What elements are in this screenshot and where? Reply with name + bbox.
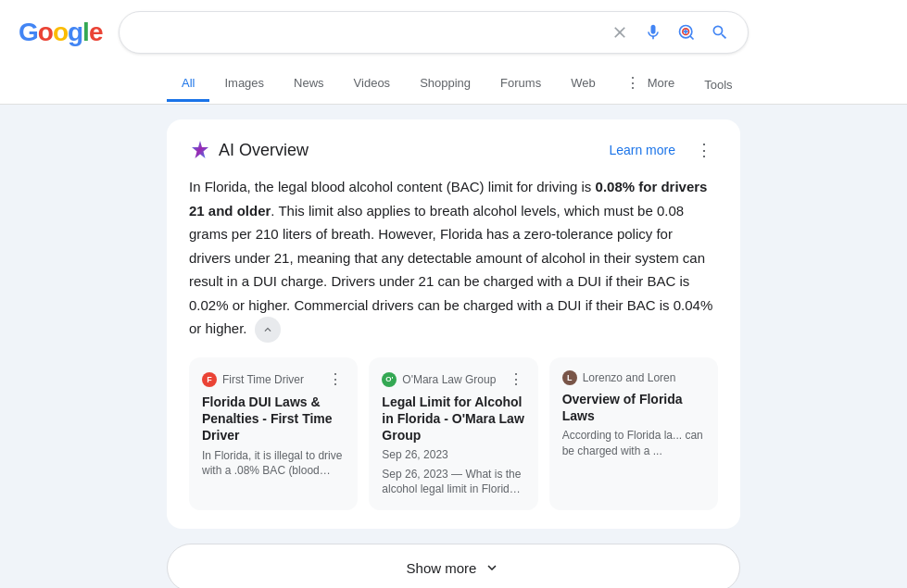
ai-overview-text: In Florida, the legal blood alcohol cont… <box>189 175 718 343</box>
ai-overview-header: AI Overview Learn more ⋮ <box>189 138 718 162</box>
source-3-info: L Lorenzo and Loren <box>562 370 676 385</box>
nav-item-forums[interactable]: Forums <box>485 67 556 102</box>
ai-overview-title: AI Overview <box>189 139 309 161</box>
source-card-1[interactable]: F First Time Driver ⋮ Florida DUI Laws &… <box>189 357 358 510</box>
main-content: AI Overview Learn more ⋮ In Florida, the… <box>0 105 907 588</box>
source-2-subtitle: Sep 26, 2023 <box>382 448 524 461</box>
ai-star-icon <box>189 139 211 161</box>
source-2-title: Legal Limit for Alcohol in Florida - O'M… <box>382 394 524 444</box>
ai-overview-actions: Learn more ⋮ <box>601 138 718 162</box>
nav-item-web[interactable]: Web <box>556 67 611 102</box>
source-card-2-header: O' O'Mara Law Group ⋮ <box>382 370 524 388</box>
source-2-name: O'Mara Law Group <box>402 373 496 386</box>
source-1-favicon: F <box>202 372 217 387</box>
source-card-1-options[interactable]: ⋮ <box>326 370 345 388</box>
nav-item-shopping[interactable]: Shopping <box>405 67 485 102</box>
ai-overview-options-button[interactable]: ⋮ <box>690 138 718 162</box>
nav-item-news[interactable]: News <box>279 67 339 102</box>
chevron-down-icon <box>484 559 500 576</box>
source-card-2-options[interactable]: ⋮ <box>507 370 525 388</box>
source-1-name: First Time Driver <box>222 373 304 386</box>
voice-search-button[interactable] <box>640 19 666 45</box>
source-3-favicon: L <box>562 370 577 385</box>
source-3-snippet: According to Florida la... can be charge… <box>562 428 705 459</box>
nav-item-all[interactable]: All <box>167 67 209 102</box>
nav-bar: All Images News Videos Shopping Forums W… <box>0 65 907 105</box>
source-card-1-header: F First Time Driver ⋮ <box>202 370 345 388</box>
source-cards: F First Time Driver ⋮ Florida DUI Laws &… <box>189 357 718 510</box>
nav-item-more[interactable]: ⋮ More <box>611 65 690 104</box>
source-2-info: O' O'Mara Law Group <box>382 372 496 387</box>
learn-more-button[interactable]: Learn more <box>601 139 683 161</box>
source-1-snippet: In Florida, it is illegal to drive with … <box>202 448 345 480</box>
nav-item-images[interactable]: Images <box>209 67 279 102</box>
source-card-3[interactable]: L Lorenzo and Loren Overview of Florida … <box>549 357 718 510</box>
source-1-info: F First Time Driver <box>202 372 304 387</box>
show-more-button[interactable]: Show more <box>167 544 740 588</box>
collapse-button[interactable] <box>255 317 281 343</box>
source-card-3-header: L Lorenzo and Loren <box>562 370 705 385</box>
source-2-favicon: O' <box>382 372 397 387</box>
lens-button[interactable] <box>674 19 699 45</box>
source-2-snippet: Sep 26, 2023 — What is the alcohol legal… <box>382 467 524 498</box>
source-3-title: Overview of Florida Laws <box>562 391 705 424</box>
source-1-title: Florida DUI Laws & Penalties - First Tim… <box>202 394 345 444</box>
header: Google What is the DUI limit in Florida? <box>0 0 907 65</box>
source-3-name: Lorenzo and Loren <box>583 371 676 384</box>
search-bar: What is the DUI limit in Florida? <box>119 11 749 54</box>
clear-button[interactable] <box>607 19 633 45</box>
search-button[interactable] <box>707 19 733 45</box>
google-logo[interactable]: Google <box>19 18 104 47</box>
nav-item-videos[interactable]: Videos <box>339 67 406 102</box>
ai-overview-card: AI Overview Learn more ⋮ In Florida, the… <box>167 119 740 529</box>
search-input[interactable]: What is the DUI limit in Florida? <box>134 24 599 41</box>
source-card-2[interactable]: O' O'Mara Law Group ⋮ Legal Limit for Al… <box>369 357 537 510</box>
nav-tools-button[interactable]: Tools <box>689 69 747 101</box>
